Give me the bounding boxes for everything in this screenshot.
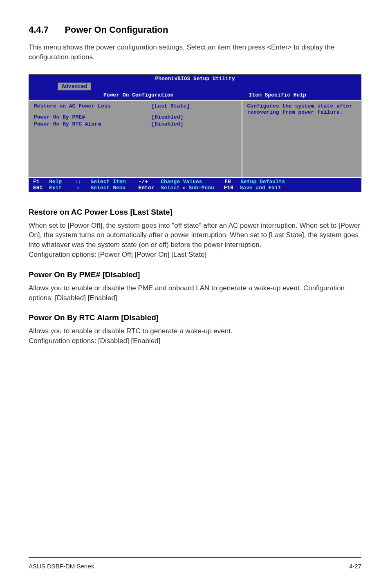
bios-footer-label: Setup Defaults [240,179,285,185]
bios-tab-bar: Advanced [29,83,361,90]
bios-key: Power On By RTC Alarm [34,121,151,127]
footer-right: 4-27 [349,563,361,570]
bios-footer: F1 Help ↑↓ Select Item -/+ Change Values… [29,178,361,192]
bios-screenshot: PhoenixBIOS Setup Utility Advanced Power… [29,74,361,192]
intro-paragraph: This menu shows the power configuration … [29,43,361,62]
bios-tab-advanced: Advanced [58,83,91,90]
bios-row: Restore on AC Power Loss [Last State] [34,103,237,109]
triangle-icon: ▶ [183,186,186,190]
bios-title: PhoenixBIOS Setup Utility [29,75,361,83]
section-title: Power On Configuration [65,25,168,35]
bios-footer-key: F9 [224,179,240,185]
bios-footer-label: Select Menu [90,185,138,191]
subsection-body: When set to [Power Off], the system goes… [29,221,361,260]
bios-footer-label: Select ▶ Sub-Menu [161,185,224,191]
bios-key: Power On By PME# [34,114,151,120]
section-number: 4.4.7 [29,25,49,35]
bios-footer-key: →← [74,185,90,191]
bios-row: Power On By RTC Alarm [Disabled] [34,121,237,127]
bios-help-text: Configures the system state after recove… [247,103,356,115]
bios-key: Restore on AC Power Loss [34,103,151,109]
subsection-body: Allows you to enable or disable the PME … [29,283,361,303]
bios-footer-key: ESC [33,185,49,191]
bios-footer-key: F1 [33,179,49,185]
bios-footer-key: F10 [224,185,240,191]
subsection-title: Restore on AC Power Loss [Last State] [29,208,361,217]
bios-footer-key: Enter [139,185,161,191]
page-footer: ASUS DSBF-DM Series 4-27 [29,557,361,570]
subsection-title: Power On By RTC Alarm [Disabled] [29,313,361,322]
bios-footer-label: Save and Exit [240,185,281,191]
bios-pane-title: Power On Configuration [33,92,244,98]
subsection-body: Allows you to enable or disable RTC to g… [29,326,361,346]
bios-footer-label: Select Item [90,179,138,185]
bios-val: [Disabled] [151,114,236,120]
subsection-title: Power On By PME# [Disabled] [29,270,361,279]
bios-help-title: Item Specific Help [244,92,357,98]
bios-footer-label: Exit [49,185,74,191]
bios-row: Power On By PME# [Disabled] [34,114,237,120]
bios-val: [Last State] [151,103,236,109]
bios-footer-label: Help [49,179,74,185]
bios-footer-key: ↑↓ [74,179,90,185]
footer-left: ASUS DSBF-DM Series [29,563,94,570]
bios-settings-list: Restore on AC Power Loss [Last State] Po… [29,101,242,177]
bios-footer-label: Change Values [161,179,224,185]
bios-val: [Disabled] [151,121,236,127]
bios-footer-key: -/+ [139,179,161,185]
